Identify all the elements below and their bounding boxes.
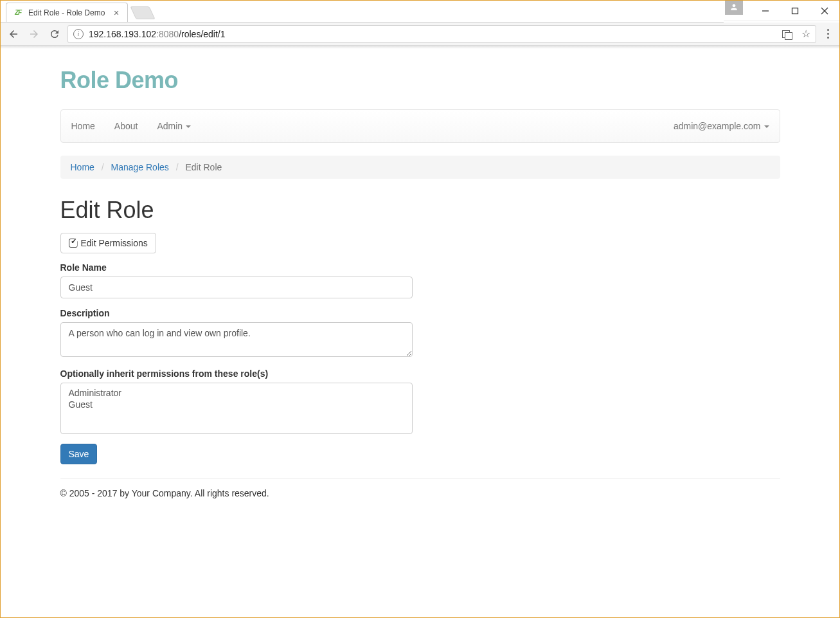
window-minimize-button[interactable] [751, 1, 780, 21]
nav-home[interactable]: Home [71, 121, 95, 131]
footer-text: © 2005 - 2017 by Your Company. All right… [60, 488, 780, 498]
breadcrumb-manage-roles[interactable]: Manage Roles [111, 162, 169, 172]
chrome-menu-button[interactable] [821, 29, 834, 39]
url-path: /roles/edit/1 [179, 29, 225, 39]
svg-rect-1 [792, 8, 798, 14]
toolbar: i 192.168.193.102:8080/roles/edit/1 ☆ [1, 23, 839, 46]
close-icon [821, 7, 828, 15]
edit-check-icon [69, 239, 78, 248]
url-host: 192.168.193.102 [89, 29, 156, 39]
bookmark-star-icon[interactable]: ☆ [801, 28, 810, 40]
new-tab-button[interactable] [130, 6, 155, 19]
minimize-icon [762, 7, 769, 15]
tab-strip: ZF Edit Role - Role Demo × [1, 1, 724, 23]
main-navbar: Home About Admin admin@example.com [60, 109, 780, 143]
back-button[interactable] [6, 26, 21, 42]
edit-permissions-button[interactable]: Edit Permissions [60, 233, 156, 253]
footer-divider [60, 478, 780, 479]
inherit-option[interactable]: Guest [67, 399, 406, 410]
description-label: Description [60, 308, 780, 318]
role-name-input[interactable] [60, 277, 413, 298]
tab-title: Edit Role - Role Demo [28, 8, 112, 17]
window-close-button[interactable] [810, 1, 839, 21]
browser-window: ZF Edit Role - Role Demo × i 192.168.193… [0, 0, 840, 618]
edit-permissions-label: Edit Permissions [81, 238, 148, 248]
maximize-icon [791, 7, 799, 15]
site-brand: Role Demo [60, 67, 780, 94]
role-name-label: Role Name [60, 262, 780, 273]
url-text: 192.168.193.102:8080/roles/edit/1 [89, 29, 226, 39]
chrome-profile-button[interactable] [725, 1, 743, 15]
favicon: ZF [13, 8, 23, 18]
person-icon [729, 3, 738, 14]
window-maximize-button[interactable] [780, 1, 810, 21]
reload-icon [49, 28, 60, 40]
site-info-icon[interactable]: i [73, 29, 84, 39]
url-port: :8080 [156, 29, 179, 39]
translate-icon[interactable] [782, 29, 792, 39]
breadcrumb-active: Edit Role [185, 162, 222, 172]
page-content: Role Demo Home About Admin admin@example… [1, 49, 839, 498]
browser-tab[interactable]: ZF Edit Role - Role Demo × [6, 3, 128, 22]
breadcrumb: Home / Manage Roles / Edit Role [60, 156, 780, 179]
inherit-roles-select[interactable]: Administrator Guest [60, 383, 413, 434]
inherit-option[interactable]: Administrator [67, 387, 406, 399]
breadcrumb-home[interactable]: Home [71, 162, 94, 172]
arrow-left-icon [8, 28, 19, 40]
description-textarea[interactable]: A person who can log in and view own pro… [60, 322, 413, 357]
nav-user-dropdown[interactable]: admin@example.com [674, 121, 769, 131]
tab-close-button[interactable]: × [112, 8, 121, 17]
breadcrumb-sep: / [97, 162, 109, 172]
save-button[interactable]: Save [60, 444, 98, 464]
breadcrumb-sep: / [172, 162, 183, 172]
nav-about[interactable]: About [114, 121, 138, 131]
nav-admin-dropdown[interactable]: Admin [157, 121, 191, 131]
arrow-right-icon [28, 28, 40, 40]
inherit-label: Optionally inherit permissions from thes… [60, 368, 780, 379]
page-title: Edit Role [60, 197, 780, 224]
forward-button[interactable] [26, 26, 42, 42]
reload-button[interactable] [47, 26, 62, 42]
address-bar[interactable]: i 192.168.193.102:8080/roles/edit/1 ☆ [67, 25, 816, 43]
